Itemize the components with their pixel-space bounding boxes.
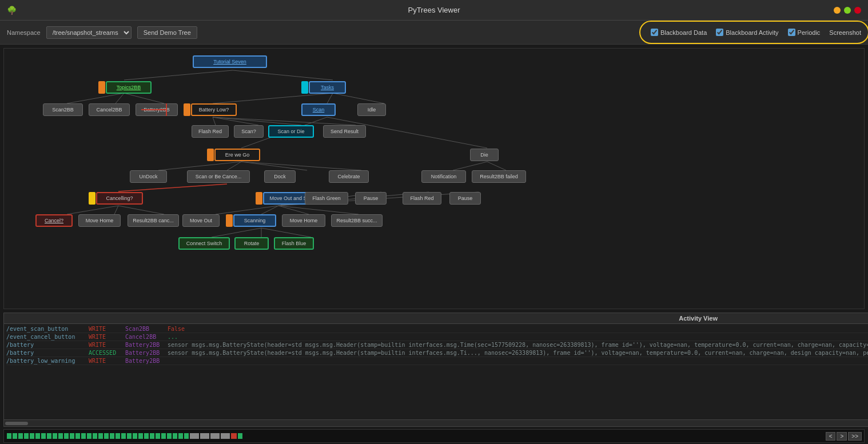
node-send-result[interactable]: Send Result <box>323 125 366 138</box>
tl-seg <box>127 433 132 439</box>
node-dock[interactable]: Dock <box>264 170 296 183</box>
node-die[interactable]: Die <box>470 149 499 161</box>
timeline-prev-button[interactable]: < <box>826 432 836 441</box>
node-tasks[interactable]: Tasks <box>309 81 346 94</box>
svg-line-18 <box>453 162 487 170</box>
act-value-1: False <box>168 326 868 332</box>
activity-row-2: /event_cancel_button WRITE Cancel2BB ... <box>6 333 868 341</box>
timeline-next-button[interactable]: > <box>837 432 847 441</box>
namespace-label: Namespace <box>7 29 41 36</box>
tl-seg <box>53 433 57 439</box>
indicator-move-out <box>256 192 262 205</box>
maximize-button[interactable] <box>844 7 851 14</box>
close-button[interactable] <box>854 7 861 14</box>
node-idle[interactable]: Idle <box>357 103 386 116</box>
svg-line-27 <box>278 206 359 214</box>
activity-row-4: /battery ACCESSED Battery2BB sensor_msgs… <box>6 349 868 357</box>
act-key-5: /battery_low_warning <box>6 358 86 364</box>
app-title: PyTrees Viewer <box>408 6 460 14</box>
svg-line-19 <box>487 162 506 170</box>
svg-line-5 <box>213 93 333 103</box>
act-value-5 <box>168 358 868 364</box>
namespace-select[interactable]: /tree/snapshot_streams <box>46 26 132 39</box>
act-node-3: Battery2BB <box>125 342 165 348</box>
node-pause2[interactable]: Pause <box>449 192 481 205</box>
node-battery2bb[interactable]: Battery2BB <box>136 103 178 116</box>
indicator-tasks <box>301 81 308 94</box>
node-scan2[interactable]: Scan? <box>234 125 264 138</box>
tl-seg <box>93 433 97 439</box>
node-flash-green[interactable]: Flash Green <box>305 192 348 205</box>
node-scan-or-cancel[interactable]: Scan or Be Cance... <box>187 170 250 183</box>
timeline-inner[interactable] <box>4 431 826 441</box>
send-demo-button[interactable]: Send Demo Tree <box>137 26 197 39</box>
blackboard-activity-input[interactable] <box>716 29 723 36</box>
node-notification[interactable]: Notification <box>421 170 466 183</box>
tl-seg <box>75 433 80 439</box>
activity-panel-content: /event_scan_button WRITE Scan2BB False /… <box>4 324 868 419</box>
blackboard-data-input[interactable] <box>651 29 658 36</box>
node-flash-red[interactable]: Flash Red <box>192 125 229 138</box>
svg-line-1 <box>233 70 333 80</box>
svg-line-8 <box>213 117 216 125</box>
node-result2bb-canc[interactable]: Result2BB canc... <box>128 214 179 227</box>
node-scanning[interactable]: Scanning <box>233 214 276 227</box>
periodic-checkbox[interactable]: Periodic <box>788 29 821 36</box>
blackboard-activity-checkbox[interactable]: Blackboard Activity <box>716 29 778 36</box>
tl-seg-gray <box>190 433 199 439</box>
node-flash-blue[interactable]: Flash Blue <box>274 237 314 250</box>
periodic-input[interactable] <box>788 29 795 36</box>
blackboard-data-checkbox[interactable]: Blackboard Data <box>651 29 707 36</box>
h-scrollbar-thumb[interactable] <box>5 422 28 425</box>
main-area: Tutorial Seven Topics2BB Tasks Scan2BB C… <box>0 45 868 444</box>
node-result2bb-succ[interactable]: Result2BB succ... <box>331 214 383 227</box>
act-action-4: ACCESSED <box>89 350 123 356</box>
node-move-home2[interactable]: Move Home <box>282 214 325 227</box>
minimize-button[interactable] <box>834 7 841 14</box>
svg-line-4 <box>124 93 164 103</box>
act-value-4: sensor_msgs.msg.BatteryState(header=std_… <box>168 350 868 356</box>
node-flash-red2[interactable]: Flash Red <box>403 192 441 205</box>
node-scan-or-die[interactable]: Scan or Die <box>268 125 314 138</box>
indicator-scanning <box>226 214 233 227</box>
node-celebrate[interactable]: Celebrate <box>329 170 369 183</box>
svg-line-26 <box>278 206 309 214</box>
svg-line-3 <box>116 93 124 103</box>
blackboard-activity-label: Blackboard Activity <box>726 29 778 36</box>
node-scan2bb[interactable]: Scan2BB <box>43 103 83 116</box>
node-ere-we-go[interactable]: Ere we Go <box>214 149 260 161</box>
node-battery-low[interactable]: Battery Low? <box>191 103 237 116</box>
tl-seg-gray <box>221 433 230 439</box>
node-cancel[interactable]: Cancel? <box>35 214 73 227</box>
tl-seg <box>7 433 11 439</box>
indicator-topics2bb <box>98 81 105 94</box>
tl-seg <box>238 433 242 439</box>
svg-line-6 <box>327 93 333 103</box>
tl-seg <box>47 433 51 439</box>
tl-seg <box>178 433 183 439</box>
tl-seg <box>81 433 86 439</box>
node-scan[interactable]: Scan <box>301 103 336 116</box>
node-rotate[interactable]: Rotate <box>234 237 269 250</box>
screenshot-button[interactable]: Screenshot <box>829 29 861 36</box>
node-move-out2[interactable]: Move Out <box>182 214 220 227</box>
tl-seg <box>58 433 63 439</box>
activity-row-1: /event_scan_button WRITE Scan2BB False <box>6 325 868 333</box>
node-move-home[interactable]: Move Home <box>78 214 121 227</box>
act-key-2: /event_cancel_button <box>6 334 86 340</box>
svg-line-17 <box>241 162 361 170</box>
node-topics2bb[interactable]: Topics2BB <box>106 81 152 94</box>
timeline-skip-button[interactable]: >> <box>848 432 862 441</box>
node-pause[interactable]: Pause <box>355 192 387 205</box>
node-tutorial-seven[interactable]: Tutorial Seven <box>193 55 267 68</box>
node-cancel2bb[interactable]: Cancel2BB <box>89 103 130 116</box>
node-connect-switch[interactable]: Connect Switch <box>178 237 230 250</box>
tl-seg <box>13 433 17 439</box>
tl-seg <box>167 433 172 439</box>
node-result2bb-failed[interactable]: Result2BB failed <box>472 170 526 183</box>
tl-seg <box>161 433 166 439</box>
node-cancelling[interactable]: Cancelling? <box>96 192 143 205</box>
node-undock[interactable]: UnDock <box>130 170 167 183</box>
tree-canvas[interactable]: Tutorial Seven Topics2BB Tasks Scan2BB C… <box>3 48 865 309</box>
activity-scrollbar-h[interactable]: ▶ <box>4 419 868 426</box>
